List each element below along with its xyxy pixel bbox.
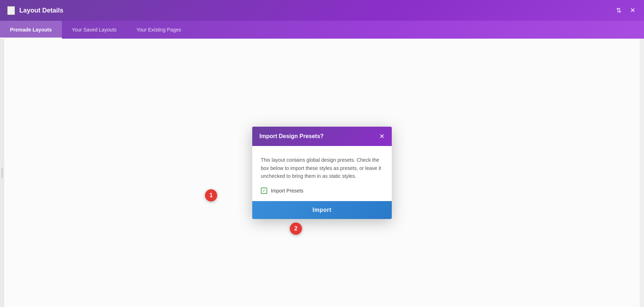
modal-body: This layout contains global design prese… xyxy=(252,146,392,201)
tab-premade-layouts[interactable]: Premade Layouts xyxy=(0,21,62,39)
modal-description: This layout contains global design prese… xyxy=(261,156,383,180)
modal-close-button[interactable]: ✕ xyxy=(379,133,385,140)
modal-footer: Import xyxy=(252,201,392,219)
step-badge-2: 2 xyxy=(290,223,302,235)
tab-existing-pages[interactable]: Your Existing Pages xyxy=(127,21,191,39)
header-icons: ⇅ ✕ xyxy=(615,5,637,16)
modal-overlay: Import Design Presets? ✕ This layout con… xyxy=(0,39,644,307)
content-area: Import Design Presets? ✕ This layout con… xyxy=(0,39,644,307)
import-presets-checkbox-row: ✓ Import Presets xyxy=(261,187,383,194)
import-button[interactable]: Import xyxy=(252,201,392,219)
checkmark-icon: ✓ xyxy=(262,188,266,193)
header-bar: ← Layout Details ⇅ ✕ xyxy=(0,0,644,21)
import-presets-checkbox[interactable]: ✓ xyxy=(261,187,267,194)
back-button[interactable]: ← xyxy=(7,6,15,15)
tab-saved-layouts[interactable]: Your Saved Layouts xyxy=(62,21,127,39)
modal-header: Import Design Presets? ✕ xyxy=(252,127,392,146)
modal-title: Import Design Presets? xyxy=(259,133,324,140)
tabs-bar: Premade Layouts Your Saved Layouts Your … xyxy=(0,21,644,39)
step-badge-1: 1 xyxy=(205,189,217,201)
page-title: Layout Details xyxy=(19,7,615,14)
import-presets-dialog: Import Design Presets? ✕ This layout con… xyxy=(252,127,392,219)
columns-icon-button[interactable]: ⇅ xyxy=(615,5,623,16)
main-container: ← Layout Details ⇅ ✕ Premade Layouts You… xyxy=(0,0,644,307)
import-presets-label: Import Presets xyxy=(271,188,303,194)
close-button[interactable]: ✕ xyxy=(629,5,637,16)
